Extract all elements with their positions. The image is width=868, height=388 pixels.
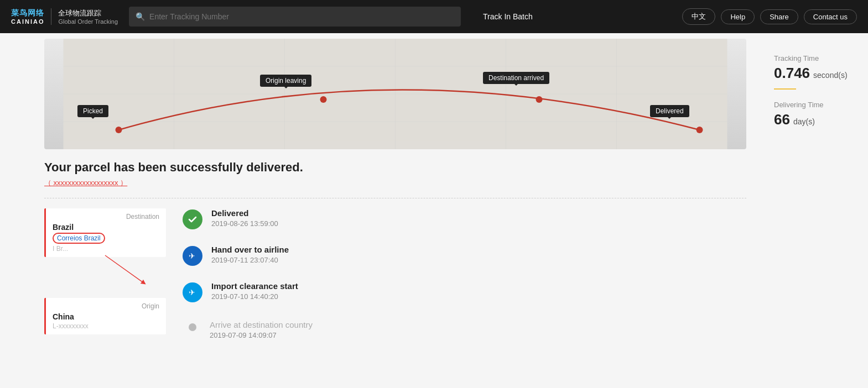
- annotation-arrow: [100, 253, 166, 286]
- origin-country: China: [53, 312, 159, 321]
- main-container: Picked Origin leaving Destination arrive…: [0, 33, 868, 366]
- delivered-event: Delivered: [211, 208, 278, 218]
- tracking-time-label: Tracking Time: [774, 54, 857, 62]
- destination-carrier[interactable]: Correios Brazil: [53, 233, 105, 244]
- search-icon: 🔍: [136, 12, 145, 21]
- delivered-content: Delivered 2019-08-26 13:59:00: [211, 208, 278, 228]
- delivering-time-label: Delivering Time: [774, 101, 857, 109]
- timeline-item: ✈ Hand over to airline 2019-07-11 23:07:…: [183, 245, 746, 266]
- clearance-content: Import clearance start 2019-07-10 14:40:…: [211, 281, 298, 301]
- subtitle-english: Global Order Tracking: [58, 18, 118, 25]
- status-message: Your parcel has been successfully delive…: [44, 160, 746, 175]
- arrive-content: Arrive at destination country 2019-07-09…: [210, 320, 313, 339]
- airline-content: Hand over to airline 2019-07-11 23:07:40: [211, 245, 289, 264]
- location-cards: Destination Brazil Correios Brazil I Br.…: [44, 208, 166, 334]
- separator: [44, 198, 746, 198]
- logo-icon: 菜鸟网络 CAINIAO: [11, 8, 44, 25]
- logo-area: 菜鸟网络 CAINIAO 全球物流跟踪 Global Order Trackin…: [11, 8, 118, 25]
- sidebar: Tracking Time 0.746 second(s) Delivering…: [757, 33, 868, 366]
- destination-partial: I Br...: [53, 245, 159, 253]
- svg-text:✈: ✈: [189, 251, 195, 260]
- origin-card: Origin China L-xxxxxxxxx: [44, 298, 166, 334]
- svg-point-10: [320, 96, 327, 103]
- route-map: [44, 39, 746, 149]
- destination-card: Destination Brazil Correios Brazil I Br.…: [44, 208, 166, 257]
- destination-country: Brazil: [53, 223, 159, 232]
- timeline: Delivered 2019-08-26 13:59:00 ✈ Hand ove…: [183, 208, 746, 355]
- clearance-time: 2019-07-10 14:40:20: [211, 292, 298, 301]
- language-button[interactable]: 中文: [682, 8, 715, 25]
- delivering-time-unit: day(s): [793, 117, 815, 126]
- info-columns: Destination Brazil Correios Brazil I Br.…: [44, 208, 746, 355]
- clearance-event: Import clearance start: [211, 281, 298, 291]
- header: 菜鸟网络 CAINIAO 全球物流跟踪 Global Order Trackin…: [0, 0, 868, 33]
- airline-time: 2019-07-11 23:07:40: [211, 256, 289, 264]
- tooltip-delivered: Delivered: [650, 105, 689, 117]
- delivered-icon: [183, 209, 202, 229]
- arrive-icon: [189, 323, 196, 331]
- timeline-item: Delivered 2019-08-26 13:59:00: [183, 208, 746, 229]
- svg-point-12: [697, 127, 703, 133]
- tooltip-origin-leaving: Origin leaving: [260, 75, 311, 87]
- content-area: Picked Origin leaving Destination arrive…: [0, 33, 757, 366]
- map-area: Picked Origin leaving Destination arrive…: [44, 39, 746, 149]
- timeline-item: ✈ Import clearance start 2019-07-10 14:4…: [183, 281, 746, 302]
- logo-english: CAINIAO: [11, 18, 44, 25]
- origin-partial: L-xxxxxxxxx: [53, 322, 159, 330]
- logo-subtitle: 全球物流跟踪 Global Order Tracking: [58, 8, 118, 25]
- contact-button[interactable]: Contact us: [804, 9, 857, 24]
- search-bar[interactable]: 🔍: [129, 7, 461, 27]
- logo-divider: [51, 8, 51, 25]
- help-button[interactable]: Help: [721, 9, 755, 24]
- tracking-number[interactable]: （ xxxxxxxxxxxxxxxxxx ）: [44, 178, 127, 188]
- arrive-event: Arrive at destination country: [210, 320, 313, 329]
- logo-chinese: 菜鸟网络: [11, 8, 44, 18]
- svg-line-13: [105, 255, 144, 283]
- delivered-time: 2019-08-26 13:59:00: [211, 219, 278, 228]
- arrive-time: 2019-07-09 14:09:07: [210, 331, 313, 339]
- track-batch-button[interactable]: Track In Batch: [483, 12, 533, 21]
- tracking-time-unit: second(s): [813, 71, 847, 80]
- destination-label: Destination: [53, 213, 159, 221]
- tooltip-destination-arrived: Destination arrived: [483, 72, 549, 84]
- svg-text:✈: ✈: [189, 288, 195, 297]
- share-button[interactable]: Share: [760, 9, 798, 24]
- subtitle-chinese: 全球物流跟踪: [58, 8, 118, 18]
- header-right: 中文 Help Share Contact us: [682, 8, 857, 25]
- airline-event: Hand over to airline: [211, 245, 289, 254]
- search-input[interactable]: [149, 12, 454, 21]
- clearance-icon: ✈: [183, 282, 202, 302]
- svg-point-11: [536, 96, 543, 103]
- tooltip-picked: Picked: [77, 105, 108, 117]
- delivering-time-value: 66 day(s): [774, 111, 857, 128]
- tracking-time-value: 0.746 second(s): [774, 65, 857, 82]
- airline-icon: ✈: [183, 246, 202, 266]
- sidebar-divider: [774, 88, 796, 90]
- tracking-number-row: （ xxxxxxxxxxxxxxxxxx ）: [44, 178, 746, 188]
- svg-point-9: [116, 127, 122, 133]
- timeline-item: Arrive at destination country 2019-07-09…: [183, 318, 746, 339]
- origin-label: Origin: [53, 302, 159, 310]
